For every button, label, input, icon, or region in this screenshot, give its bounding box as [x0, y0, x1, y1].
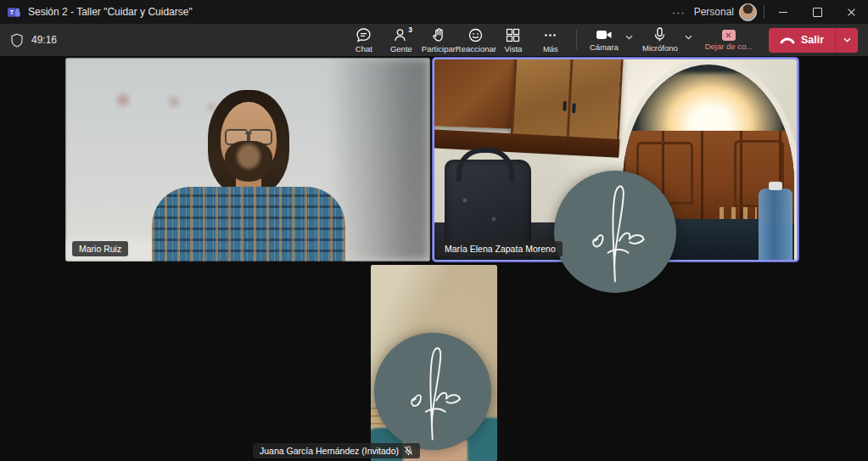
grid-view-icon [505, 27, 521, 43]
mic-chevron-down-icon[interactable] [685, 35, 692, 40]
meeting-toolbar: 49:16 Chat 3 Gente Participar [0, 24, 868, 56]
exit-button[interactable]: Salir [769, 28, 835, 53]
toolbar-divider [576, 30, 577, 50]
account-avatar[interactable] [739, 3, 757, 21]
more-label: Más [543, 44, 558, 53]
minimize-icon [779, 12, 787, 13]
mic-muted-icon [404, 446, 413, 456]
participant-name: Mario Ruiz [79, 244, 121, 254]
raise-hand-label: Participar [422, 44, 456, 53]
titlebar-divider [764, 5, 764, 19]
video-tile-juana[interactable]: Juana García Hernández (Invitado) [371, 265, 497, 461]
camera-chevron-down-icon[interactable] [625, 35, 633, 40]
react-button[interactable]: Reaccionar [457, 24, 495, 56]
svg-text:T: T [10, 8, 14, 14]
avatar-juana [374, 333, 491, 450]
account-label: Personal [694, 6, 734, 18]
avatar-maria [554, 171, 676, 293]
close-button[interactable] [834, 0, 868, 24]
people-button[interactable]: 3 Gente [383, 24, 420, 56]
mic-button[interactable]: Micrófono [636, 24, 684, 56]
window-title: Sesión 2 - Taller "Cuidar y Cuidarse" [28, 6, 193, 18]
view-label: Vista [504, 44, 522, 53]
stop-share-icon [722, 30, 736, 41]
maximize-button[interactable] [800, 0, 834, 24]
titlebar-more-button[interactable]: ··· [664, 6, 694, 19]
signature-monogram-icon [390, 341, 474, 442]
mic-label: Micrófono [642, 43, 678, 53]
participant-name-badge: María Elena Zapata Moreno [438, 241, 563, 256]
participant-name-badge: Mario Ruiz [72, 241, 128, 256]
camera-button[interactable]: Cámara [584, 24, 624, 56]
more-icon [542, 27, 558, 43]
video-feed-mario [65, 58, 430, 261]
video-tile-mario-ruiz[interactable]: Mario Ruiz [65, 58, 430, 261]
exit-split-button: Salir [769, 28, 858, 53]
participant-name-badge: Juana García Hernández (Invitado) [253, 443, 420, 458]
chat-label: Chat [356, 44, 372, 53]
minimize-button[interactable] [766, 0, 800, 24]
mic-icon [653, 27, 666, 42]
participant-person [65, 58, 430, 261]
signature-monogram-icon [571, 179, 659, 284]
teams-meeting-window: T Sesión 2 - Taller "Cuidar y Cuidarse" … [0, 0, 868, 461]
close-icon [847, 8, 856, 17]
chat-button[interactable]: Chat [345, 24, 383, 56]
people-label: Gente [390, 44, 412, 53]
stop-sharing-button[interactable]: Dejar de co... [696, 24, 762, 56]
video-tile-maria-elena[interactable]: María Elena Zapata Moreno [433, 58, 798, 261]
meeting-stage: Mario Ruiz [0, 56, 868, 461]
more-button[interactable]: Más [532, 24, 569, 56]
camera-icon [596, 28, 613, 42]
react-label: Reaccionar [456, 44, 496, 53]
maximize-icon [813, 8, 822, 17]
hangup-icon [780, 37, 795, 44]
camera-label: Cámara [590, 42, 619, 52]
teams-logo-icon: T [8, 6, 20, 19]
meeting-timer: 49:16 [31, 34, 57, 46]
chat-icon [356, 27, 372, 43]
shield-icon [10, 33, 24, 48]
stop-sharing-label: Dejar de co... [705, 42, 753, 51]
exit-chevron-down-icon[interactable] [836, 28, 858, 53]
raise-hand-icon [430, 27, 446, 43]
people-count-badge: 3 [408, 25, 412, 34]
react-icon [468, 27, 484, 43]
raise-hand-button[interactable]: Participar [420, 24, 457, 56]
view-button[interactable]: Vista [495, 24, 532, 56]
water-jug [759, 188, 792, 261]
participant-name: Juana García Hernández (Invitado) [260, 446, 399, 456]
titlebar: T Sesión 2 - Taller "Cuidar y Cuidarse" … [0, 0, 868, 24]
people-icon [393, 27, 409, 43]
exit-label: Salir [801, 34, 824, 46]
participant-name: María Elena Zapata Moreno [445, 244, 556, 254]
